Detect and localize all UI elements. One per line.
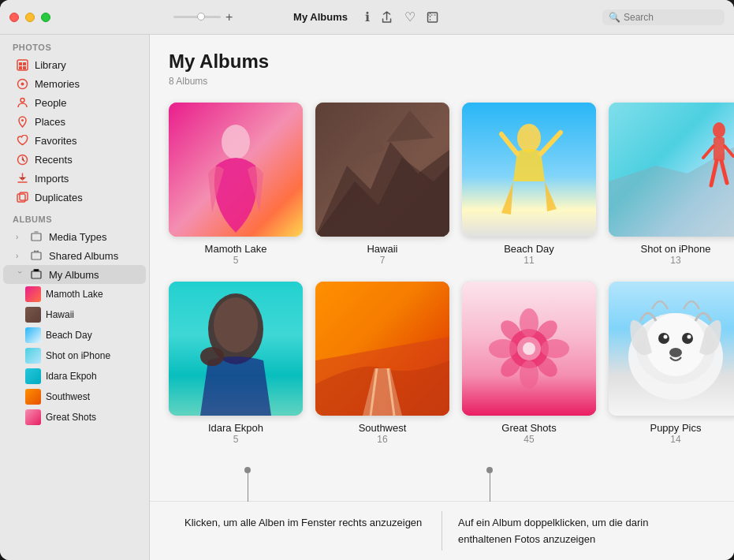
titlebar-center: My Albums ℹ ♡ <box>293 8 441 26</box>
sidebar: Photos Library Memories People <box>0 35 150 560</box>
close-button[interactable] <box>9 13 19 22</box>
titlebar-toolbar: ℹ ♡ <box>363 8 441 26</box>
duplicates-icon <box>16 191 28 203</box>
svg-point-7 <box>20 82 24 85</box>
album-card-idara[interactable]: Idara Ekpoh 5 <box>169 282 303 445</box>
sidebar-subitem-hawaii[interactable]: Hawaii <box>3 304 146 325</box>
sidebar-item-recents[interactable]: Recents <box>3 150 146 169</box>
my-albums-chevron: › <box>16 271 24 278</box>
search-box[interactable]: 🔍 <box>602 9 725 25</box>
content-area: My Albums 8 Albums <box>150 35 734 560</box>
sidebar-subitem-shot-on-iphone[interactable]: Shot on iPhone <box>3 345 146 366</box>
idara-name: Idara Ekpoh <box>208 422 263 434</box>
hawaii-count: 7 <box>380 255 386 266</box>
sidebar-great-shots-label: Great Shots <box>46 412 96 423</box>
svg-point-29 <box>214 297 258 353</box>
sidebar-item-favorites[interactable]: Favorites <box>3 131 146 150</box>
southwest-name: Southwest <box>359 422 407 434</box>
svg-rect-17 <box>32 271 41 278</box>
sidebar-places-label: Places <box>35 116 133 128</box>
sidebar-hawaii-label: Hawaii <box>46 309 74 320</box>
sidebar-group-my-albums[interactable]: › My Albums <box>3 265 146 284</box>
sidebar-item-duplicates[interactable]: Duplicates <box>3 188 146 207</box>
album-card-great-shots[interactable]: Great Shots 45 <box>462 282 596 445</box>
page-title: My Albums <box>169 50 715 73</box>
svg-point-49 <box>646 313 706 376</box>
sidebar-subitem-mamoth-lake[interactable]: Mamoth Lake <box>3 284 146 304</box>
svg-rect-25 <box>714 137 725 161</box>
places-icon <box>16 115 28 128</box>
zoom-plus-button[interactable]: + <box>225 10 233 24</box>
library-icon <box>16 58 28 71</box>
sidebar-item-people[interactable]: People <box>3 93 146 112</box>
southwest-count: 16 <box>377 434 387 445</box>
zoom-slider[interactable] <box>173 16 221 18</box>
album-card-beach-day[interactable]: Beach Day 11 <box>462 103 596 266</box>
sidebar-subitem-idara[interactable]: Idara Ekpoh <box>3 366 146 386</box>
media-types-icon <box>30 230 43 243</box>
sidebar-albums-header: Albums <box>0 207 149 227</box>
mamoth-lake-name: Mamoth Lake <box>205 243 267 255</box>
shared-albums-icon <box>30 249 43 262</box>
search-input[interactable] <box>624 12 718 23</box>
sidebar-item-library[interactable]: Library <box>3 55 146 74</box>
sidebar-shot-iphone-label: Shot on iPhone <box>46 350 110 361</box>
sidebar-southwest-label: Southwest <box>46 391 90 402</box>
album-card-mamoth-lake[interactable]: Mamoth Lake 5 <box>169 103 303 266</box>
sidebar-recents-label: Recents <box>35 154 133 166</box>
annotation-left: Klicken, um alle Alben im Fenster rechts… <box>169 502 442 560</box>
album-cover-idara <box>169 282 303 416</box>
mamoth-lake-thumb <box>25 286 41 302</box>
annotation-left-dot <box>244 467 251 473</box>
sidebar-beach-day-label: Beach Day <box>46 330 92 341</box>
main-window: + My Albums ℹ ♡ 🔍 Photo <box>0 0 734 560</box>
recents-icon <box>16 153 28 166</box>
sidebar-subitem-beach-day[interactable]: Beach Day <box>3 325 146 345</box>
crop-button[interactable] <box>425 9 441 25</box>
album-card-shot-on-iphone[interactable]: Shot on iPhone 13 <box>609 103 734 266</box>
main-layout: Photos Library Memories People <box>0 35 734 560</box>
sidebar-item-imports[interactable]: Imports <box>3 169 146 188</box>
info-button[interactable]: ℹ <box>363 8 371 26</box>
zoom-button[interactable] <box>41 13 50 22</box>
minimize-button[interactable] <box>25 13 35 22</box>
sidebar-library-label: Library <box>35 59 133 71</box>
annotation-right-line <box>490 470 490 502</box>
sidebar-subitem-southwest[interactable]: Southwest <box>3 386 146 407</box>
svg-point-8 <box>20 98 24 102</box>
hawaii-thumb <box>25 307 41 323</box>
content: My Albums 8 Albums <box>150 35 734 501</box>
album-card-puppy-pics[interactable]: Puppy Pics 14 <box>609 282 734 445</box>
svg-point-24 <box>713 122 725 138</box>
shot-iphone-thumb <box>25 348 41 364</box>
sidebar-group-shared-albums[interactable]: › Shared Albums <box>3 246 146 265</box>
album-cover-great-shots <box>462 282 596 416</box>
favorites-icon <box>16 134 28 147</box>
heart-button[interactable]: ♡ <box>403 8 417 26</box>
svg-rect-14 <box>32 252 41 259</box>
sidebar-item-memories[interactable]: Memories <box>3 74 146 93</box>
zoom-slider-area: + <box>173 10 233 24</box>
traffic-lights <box>9 13 50 22</box>
annotation-right-text: Auf ein Album doppelklicken, um die dari… <box>458 517 648 545</box>
annotation-left-line <box>248 470 248 502</box>
sidebar-item-places[interactable]: Places <box>3 112 146 131</box>
puppy-pics-name: Puppy Pics <box>650 422 701 434</box>
share-button[interactable] <box>379 9 395 25</box>
shot-iphone-count: 13 <box>670 255 680 266</box>
svg-point-50 <box>658 333 669 344</box>
svg-rect-1 <box>17 60 28 70</box>
memories-icon <box>16 77 28 90</box>
album-cover-mamoth-lake <box>169 103 303 237</box>
titlebar: + My Albums ℹ ♡ 🔍 <box>0 0 734 35</box>
sidebar-subitem-great-shots[interactable]: Great Shots <box>3 407 146 427</box>
slider-thumb[interactable] <box>197 13 205 21</box>
sidebar-group-media-types[interactable]: › Media Types <box>3 227 146 246</box>
svg-point-30 <box>200 347 224 366</box>
svg-point-40 <box>489 339 517 358</box>
sidebar-shared-albums-label: Shared Albums <box>49 250 118 262</box>
sidebar-media-types-label: Media Types <box>49 231 106 243</box>
album-card-hawaii[interactable]: Hawaii 7 <box>315 103 449 266</box>
album-card-southwest[interactable]: Southwest 16 <box>315 282 449 445</box>
mamoth-lake-count: 5 <box>233 255 239 266</box>
